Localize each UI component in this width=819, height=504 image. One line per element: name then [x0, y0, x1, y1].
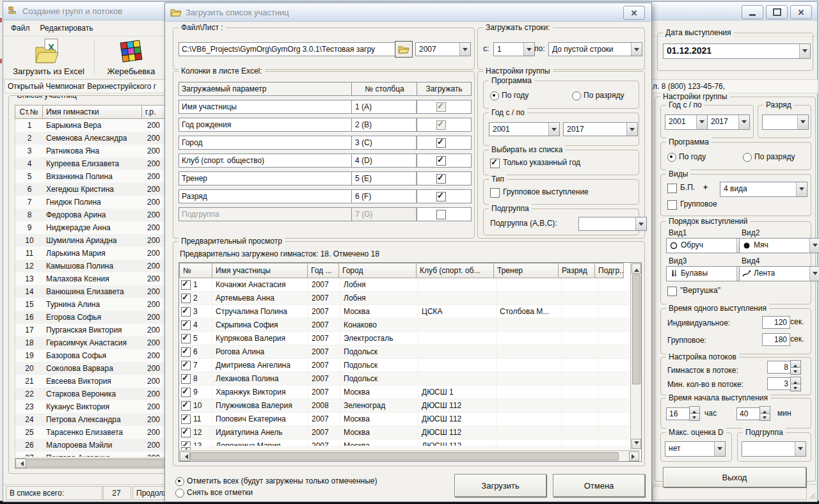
per-flow-field[interactable]: 8 — [767, 361, 791, 374]
participant-row[interactable]: 5 Вязанкина Полина 200 — [15, 170, 168, 183]
chevron-down-icon[interactable] — [635, 217, 646, 230]
participant-row[interactable]: 12 Камышова Полина 200 — [15, 260, 168, 272]
dialog-radio-by-rank[interactable] — [572, 91, 581, 100]
spin-down-icon[interactable] — [689, 413, 700, 421]
load-checkbox-5[interactable] — [436, 192, 446, 201]
row-checkbox[interactable] — [181, 401, 191, 411]
spin-down-icon[interactable] — [790, 384, 801, 391]
participant-row[interactable]: 10 Шумилина Ариадна 200 — [15, 234, 168, 247]
vid1-combobox[interactable]: Обруч — [666, 238, 748, 253]
participant-row[interactable]: 7 Гнидюк Полина 200 — [15, 196, 168, 209]
ph-subgroup[interactable]: Подгр... — [594, 263, 624, 278]
date-combobox[interactable]: 01.12.2021 — [663, 43, 811, 59]
row-checkbox[interactable] — [181, 307, 191, 317]
participant-row[interactable]: 22 Старкова Вероника 200 — [15, 388, 168, 400]
year-to-combobox[interactable]: 2017 — [707, 114, 750, 130]
bp-checkbox[interactable] — [667, 184, 677, 193]
group-time-field[interactable]: 180 — [762, 333, 790, 346]
chevron-down-icon[interactable] — [738, 115, 749, 129]
chevron-down-icon[interactable] — [626, 123, 637, 136]
radio-by-rank[interactable] — [743, 153, 752, 162]
dialog-radio-by-year[interactable] — [490, 91, 499, 100]
vertushka-checkbox[interactable] — [667, 287, 677, 296]
chevron-down-icon[interactable] — [795, 442, 806, 456]
per-flow-spinner[interactable] — [790, 360, 800, 374]
chevron-down-icon[interactable] — [631, 43, 642, 56]
dialog-close-button[interactable]: ✕ — [623, 6, 645, 20]
param-field-3[interactable]: Клуб (спорт. общество) — [179, 154, 353, 168]
dialog-year-to[interactable]: 2017 — [563, 122, 638, 136]
row-checkbox[interactable] — [181, 347, 191, 357]
scroll-left-button[interactable] — [180, 452, 190, 461]
ph-coach[interactable]: Тренер — [493, 263, 559, 278]
year-from-combobox[interactable]: 2001 — [665, 114, 708, 130]
min-flow-spinner[interactable] — [790, 377, 800, 391]
participant-row[interactable]: 1 Барыкина Вера 200 — [15, 119, 168, 132]
subgroup-combobox-right[interactable] — [742, 441, 806, 457]
cancel-button[interactable]: Отмена — [553, 474, 645, 497]
participant-row[interactable]: 26 Малороева Мэйли 200 — [15, 439, 168, 452]
preview-row[interactable]: 1 Кочанжи Анастасия 2007 Лобня — [179, 278, 630, 292]
participant-row[interactable]: 8 Федорова Арина 200 — [15, 209, 168, 221]
participant-row[interactable]: 17 Пурганская Виктория 200 — [15, 324, 168, 336]
scroll-left-button[interactable] — [15, 459, 26, 468]
param-field-2[interactable]: Город — [179, 136, 353, 150]
maximize-button[interactable] — [766, 5, 788, 19]
chevron-down-icon[interactable] — [809, 267, 819, 281]
preview-partial-row[interactable] — [179, 446, 630, 450]
chevron-down-icon[interactable] — [799, 44, 810, 58]
spin-down-icon[interactable] — [759, 413, 770, 421]
chevron-down-icon[interactable] — [809, 239, 819, 253]
load-checkbox-6[interactable] — [436, 210, 446, 219]
participant-row[interactable]: 25 Тарасенко Елизавета 200 — [15, 426, 168, 439]
param-field-4[interactable]: Тренер — [179, 171, 353, 185]
col-header-name[interactable]: Имя гимнастки — [42, 105, 142, 119]
preview-row[interactable]: 11 Попович Екатерина 2007 Москва ДЮСШ 11… — [179, 413, 630, 426]
row-checkbox[interactable] — [181, 414, 191, 424]
preview-row[interactable]: 3 Стручалина Полина 2007 Москва ЦСКА Сто… — [179, 305, 630, 319]
preview-row[interactable]: 6 Рогова Алина 2007 Подольск — [179, 345, 630, 359]
load-excel-button[interactable]: X Загрузить из Excel — [6, 38, 91, 77]
row-checkbox[interactable] — [181, 280, 191, 290]
mark-all-radio[interactable] — [175, 477, 184, 486]
dialog-titlebar[interactable]: Загрузить список участниц ✕ — [165, 3, 651, 22]
preview-hscrollbar[interactable] — [179, 450, 640, 461]
chevron-down-icon[interactable] — [523, 43, 534, 56]
ph-name[interactable]: Имя участницы — [212, 263, 308, 278]
participant-row[interactable]: 23 Куканус Виктория 200 — [15, 400, 168, 413]
start-hour-spinner[interactable] — [689, 406, 699, 420]
preview-row[interactable]: 4 Скрыпина София 2007 Конаково — [179, 319, 630, 332]
chevron-down-icon[interactable] — [548, 123, 559, 136]
dialog-year-from[interactable]: 2001 — [489, 122, 560, 136]
row-checkbox[interactable] — [181, 334, 191, 343]
preview-row[interactable]: 7 Дмитриева Ангелина 2007 Подольск — [179, 359, 630, 372]
participant-row[interactable]: 24 Петрова Александра 200 — [15, 413, 168, 426]
vidy-count-combobox[interactable]: 4 вида — [720, 182, 807, 197]
preview-row[interactable]: 2 Артемьева Анна 2007 Лобня — [179, 292, 630, 305]
start-min-spinner[interactable] — [759, 406, 770, 420]
scroll-thumb[interactable] — [632, 274, 640, 384]
scroll-thumb[interactable] — [26, 459, 168, 468]
unmark-all-radio[interactable] — [175, 489, 184, 498]
param-field-5[interactable]: Разряд — [179, 189, 353, 203]
chevron-down-icon[interactable] — [696, 115, 707, 129]
chevron-down-icon[interactable] — [714, 442, 725, 456]
participant-row[interactable]: 2 Семенова Александра 200 — [15, 132, 168, 145]
preview-row[interactable]: 8 Леханова Полина 2007 Подольск — [179, 372, 630, 386]
participant-row[interactable]: 4 Купреева Елизавета 200 — [15, 157, 168, 170]
load-checkbox-1[interactable] — [436, 120, 446, 130]
preview-row[interactable]: 9 Харанжук Виктория 2007 Москва ДЮСШ 1 — [179, 386, 630, 399]
individual-time-field[interactable]: 120 — [762, 316, 790, 329]
razryad-combobox[interactable] — [762, 114, 809, 130]
sheet-combobox[interactable]: 2007 — [415, 42, 471, 56]
load-button[interactable]: Загрузить — [454, 474, 546, 497]
participant-row[interactable]: 27 Пектора Ангелика 200 — [15, 452, 168, 457]
scroll-thumb[interactable] — [190, 452, 619, 461]
ph-rank[interactable]: Разряд — [558, 263, 595, 278]
min-flow-field[interactable]: 3 — [767, 377, 791, 390]
close-button[interactable]: ✕ — [790, 5, 812, 19]
load-checkbox-4[interactable] — [436, 174, 446, 184]
participant-row[interactable]: 15 Турнина Алина 200 — [15, 298, 168, 311]
ph-city[interactable]: Город — [338, 263, 417, 278]
row-checkbox[interactable] — [181, 428, 191, 437]
